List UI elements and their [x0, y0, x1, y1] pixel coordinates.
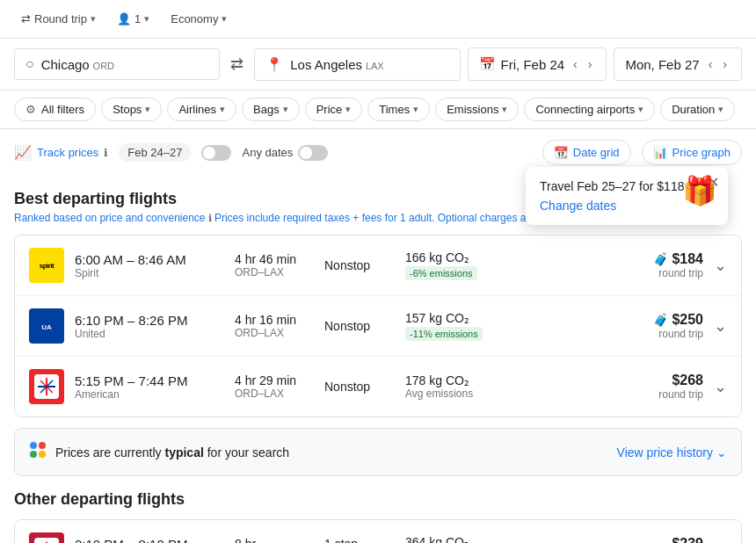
return-next-arrow[interactable]: ›	[719, 55, 731, 73]
filter-icon: ⚙	[25, 103, 36, 116]
price-filter[interactable]: Price ▾	[305, 98, 363, 121]
emissions-badge: -6% emissions	[405, 266, 477, 280]
flight-time-col: 5:15 PM – 7:44 PM American	[75, 373, 224, 401]
depart-next-arrow[interactable]: ›	[585, 55, 596, 73]
all-filters-button[interactable]: ⚙ All filters	[14, 98, 96, 121]
svg-point-10	[39, 451, 46, 458]
any-dates-toggle-knob	[300, 147, 312, 159]
flight-duration-col: 4 hr 29 min ORD–LAX	[235, 373, 314, 400]
prices-notice-icon	[29, 441, 47, 463]
any-dates-option[interactable]: Any dates	[242, 145, 328, 161]
origin-field[interactable]: ○ Chicago ORD	[14, 48, 220, 80]
track-prices-button[interactable]: 📈 Track prices ℹ	[14, 144, 108, 161]
flight-stops-col: 1 stop 43 min SEA	[324, 537, 395, 543]
flight-stops: Nonstop	[324, 380, 395, 394]
flight-row[interactable]: 5:15 PM – 7:44 PM American 4 hr 29 min O…	[15, 357, 741, 416]
flight-stops-col: Nonstop	[324, 319, 395, 333]
flight-duration: 4 hr 29 min	[235, 373, 314, 387]
flight-time: 5:15 PM – 7:44 PM	[75, 373, 224, 388]
delta-logo-svg	[34, 538, 59, 543]
flight-co2: 166 kg CO₂	[405, 250, 587, 264]
times-filter[interactable]: Times ▾	[367, 98, 430, 121]
depart-date-value: Fri, Feb 24	[501, 57, 565, 72]
expand-icon[interactable]: ⌄	[714, 377, 727, 396]
airline-logo-spirit: spirit	[29, 248, 64, 283]
swap-button[interactable]: ⇄	[227, 51, 247, 77]
cabin-class-selector[interactable]: Economy ▾	[164, 9, 234, 29]
return-date-field[interactable]: Mon, Feb 27 ‹ ›	[614, 47, 742, 81]
luggage-icon: 🧳	[653, 313, 668, 327]
tooltip-popup: ✕ Travel Feb 25–27 for $118 Change dates…	[526, 167, 728, 225]
svg-text:UA: UA	[41, 323, 52, 331]
other-flights-section: Other departing flights 2:10 PM – 8:10 P…	[14, 487, 742, 543]
destination-field[interactable]: 📍 Los Angeles LAX	[254, 48, 460, 81]
flight-airline: American	[75, 388, 224, 401]
toggle-knob	[203, 147, 215, 159]
track-prices-toggle[interactable]	[201, 145, 231, 161]
date-grid-button[interactable]: 📆 Date grid	[542, 140, 631, 165]
connecting-airports-filter[interactable]: Connecting airports ▾	[524, 98, 655, 121]
cabin-class-label: Economy	[171, 12, 218, 25]
flight-co2: 178 kg CO₂	[405, 373, 587, 387]
flight-row[interactable]: spirit 6:00 AM – 8:46 AM Spirit 4 hr 46 …	[15, 235, 741, 296]
destination-icon: 📍	[265, 56, 283, 73]
connecting-chevron: ▾	[638, 104, 643, 115]
depart-prev-arrow[interactable]: ‹	[570, 55, 581, 73]
flight-duration-col: 4 hr 16 min ORD–LAX	[235, 313, 314, 339]
flight-row[interactable]: UA 6:10 PM – 8:26 PM United 4 hr 16 min …	[15, 296, 741, 357]
passenger-selector[interactable]: 👤 1 ▾	[110, 9, 156, 29]
flight-row[interactable]: 2:10 PM – 8:10 PM Delta 8 hr ORD–LAX 1 s…	[15, 520, 741, 543]
emissions-badge: Avg emissions	[405, 387, 587, 400]
origin-icon: ○	[25, 56, 34, 72]
svg-point-9	[30, 451, 37, 458]
any-dates-toggle[interactable]	[298, 145, 328, 161]
united-logo-svg: UA	[34, 314, 59, 338]
flight-duration: 4 hr 46 min	[235, 252, 314, 266]
view-price-history-button[interactable]: View price history ⌄	[617, 445, 727, 460]
return-prev-arrow[interactable]: ‹	[705, 55, 716, 73]
emissions-badge: -11% emissions	[405, 327, 483, 341]
flight-duration-col: 8 hr ORD–LAX	[235, 537, 314, 543]
trip-type-selector[interactable]: ⇄ Round trip ▾	[14, 9, 103, 29]
expand-icon[interactable]: ⌄	[714, 316, 727, 336]
filter-bar: ⚙ All filters Stops ▾ Airlines ▾ Bags ▾ …	[0, 90, 756, 129]
flight-price-col: $268 round trip	[598, 373, 703, 401]
other-flights-title: Other departing flights	[14, 487, 742, 509]
flight-emissions-col: 166 kg CO₂ -6% emissions	[405, 250, 587, 280]
flight-route: ORD–LAX	[235, 327, 314, 339]
flight-time: 6:10 PM – 8:26 PM	[75, 313, 224, 328]
stops-chevron: ▾	[145, 104, 150, 115]
expand-icon[interactable]: ⌄	[714, 256, 727, 275]
airline-logo-delta	[29, 532, 64, 543]
flight-price-col: $239 round trip	[598, 536, 703, 543]
emissions-filter[interactable]: Emissions ▾	[435, 98, 519, 121]
duration-filter[interactable]: Duration ▾	[660, 98, 735, 121]
date-grid-icon: 📆	[554, 146, 568, 159]
passenger-icon: 👤	[117, 12, 131, 25]
duration-chevron: ▾	[718, 104, 723, 115]
emissions-chevron: ▾	[502, 104, 507, 115]
flight-co2: 364 kg CO₂	[405, 535, 587, 543]
origin-text: Chicago ORD	[41, 57, 114, 72]
price-graph-button[interactable]: 📊 Price graph	[642, 140, 742, 165]
stops-filter[interactable]: Stops ▾	[101, 98, 162, 121]
flight-price-col: 🧳 $184 round trip	[598, 251, 703, 279]
subtitle-info-icon: ℹ	[208, 213, 214, 223]
bags-filter[interactable]: Bags ▾	[242, 98, 300, 121]
best-flights-list: spirit 6:00 AM – 8:46 AM Spirit 4 hr 46 …	[14, 235, 742, 417]
passenger-chevron: ▾	[144, 13, 149, 25]
flight-price: $184	[672, 251, 703, 267]
passenger-count: 1	[134, 12, 141, 25]
flight-time: 6:00 AM – 8:46 AM	[75, 252, 224, 267]
airlines-chevron: ▾	[220, 104, 225, 115]
airlines-filter[interactable]: Airlines ▾	[167, 98, 236, 121]
depart-date-field[interactable]: 📅 Fri, Feb 24 ‹ ›	[468, 47, 607, 81]
flight-time-col: 2:10 PM – 8:10 PM Delta	[75, 537, 224, 544]
date-range-tag: Feb 24–27	[119, 143, 191, 162]
times-chevron: ▾	[413, 104, 418, 115]
price-chevron: ▾	[345, 104, 351, 115]
flight-price-sub: round trip	[598, 267, 703, 279]
flight-emissions-col: 364 kg CO₂ +105% emissions	[405, 535, 587, 543]
flight-stops: Nonstop	[324, 258, 395, 272]
flight-price: $250	[672, 312, 703, 328]
